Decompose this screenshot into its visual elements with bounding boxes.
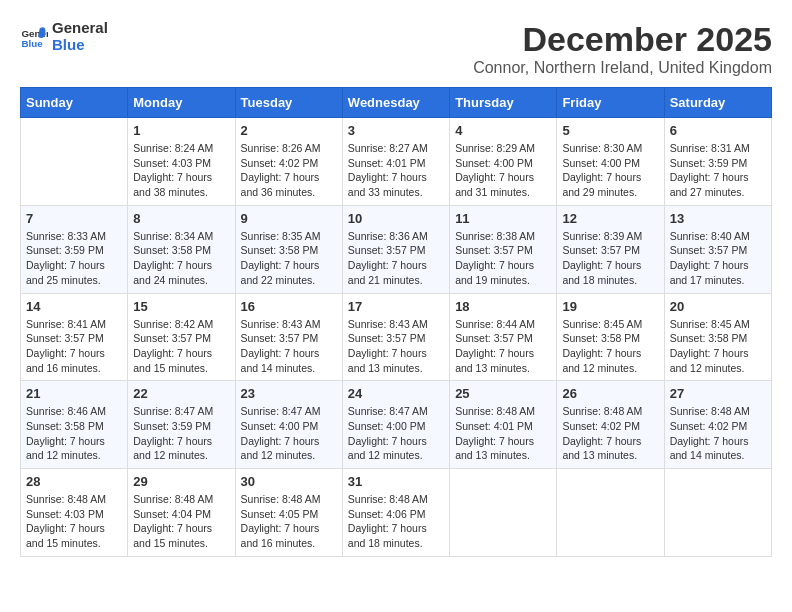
calendar-week-row: 21Sunrise: 8:46 AMSunset: 3:58 PMDayligh… xyxy=(21,381,772,469)
cell-info: Daylight: 7 hours xyxy=(670,258,766,273)
calendar-cell: 16Sunrise: 8:43 AMSunset: 3:57 PMDayligh… xyxy=(235,293,342,381)
cell-info: Sunset: 3:57 PM xyxy=(455,243,551,258)
cell-info: and 13 minutes. xyxy=(348,361,444,376)
cell-info: Sunset: 3:57 PM xyxy=(133,331,229,346)
cell-info: Sunrise: 8:41 AM xyxy=(26,317,122,332)
calendar-cell: 5Sunrise: 8:30 AMSunset: 4:00 PMDaylight… xyxy=(557,118,664,206)
cell-info: Sunset: 3:57 PM xyxy=(670,243,766,258)
logo-blue: Blue xyxy=(52,37,108,54)
day-number: 15 xyxy=(133,299,229,314)
cell-info: and 27 minutes. xyxy=(670,185,766,200)
cell-info: and 12 minutes. xyxy=(26,448,122,463)
calendar-cell: 20Sunrise: 8:45 AMSunset: 3:58 PMDayligh… xyxy=(664,293,771,381)
calendar-cell xyxy=(21,118,128,206)
cell-info: Sunrise: 8:42 AM xyxy=(133,317,229,332)
cell-info: Daylight: 7 hours xyxy=(26,346,122,361)
cell-info: Sunrise: 8:24 AM xyxy=(133,141,229,156)
calendar-cell: 25Sunrise: 8:48 AMSunset: 4:01 PMDayligh… xyxy=(450,381,557,469)
day-number: 26 xyxy=(562,386,658,401)
cell-info: and 33 minutes. xyxy=(348,185,444,200)
cell-info: Sunset: 3:58 PM xyxy=(241,243,337,258)
cell-info: Daylight: 7 hours xyxy=(348,346,444,361)
weekday-header: Tuesday xyxy=(235,88,342,118)
calendar-week-row: 28Sunrise: 8:48 AMSunset: 4:03 PMDayligh… xyxy=(21,469,772,557)
cell-info: Sunrise: 8:29 AM xyxy=(455,141,551,156)
cell-info: Sunrise: 8:35 AM xyxy=(241,229,337,244)
cell-info: Sunrise: 8:36 AM xyxy=(348,229,444,244)
calendar-week-row: 1Sunrise: 8:24 AMSunset: 4:03 PMDaylight… xyxy=(21,118,772,206)
cell-info: Sunrise: 8:45 AM xyxy=(670,317,766,332)
cell-info: Sunrise: 8:45 AM xyxy=(562,317,658,332)
day-number: 30 xyxy=(241,474,337,489)
cell-info: Sunrise: 8:48 AM xyxy=(241,492,337,507)
cell-info: Sunrise: 8:38 AM xyxy=(455,229,551,244)
location-title: Connor, Northern Ireland, United Kingdom xyxy=(473,59,772,77)
cell-info: Sunset: 4:02 PM xyxy=(670,419,766,434)
cell-info: Daylight: 7 hours xyxy=(241,258,337,273)
cell-info: Sunset: 3:58 PM xyxy=(26,419,122,434)
cell-info: Sunrise: 8:48 AM xyxy=(348,492,444,507)
cell-info: Daylight: 7 hours xyxy=(133,258,229,273)
weekday-header: Monday xyxy=(128,88,235,118)
cell-info: Daylight: 7 hours xyxy=(133,346,229,361)
cell-info: Daylight: 7 hours xyxy=(133,434,229,449)
day-number: 20 xyxy=(670,299,766,314)
cell-info: Sunrise: 8:44 AM xyxy=(455,317,551,332)
cell-info: and 18 minutes. xyxy=(348,536,444,551)
calendar-cell: 10Sunrise: 8:36 AMSunset: 3:57 PMDayligh… xyxy=(342,205,449,293)
cell-info: Daylight: 7 hours xyxy=(26,521,122,536)
cell-info: and 12 minutes. xyxy=(562,361,658,376)
day-number: 6 xyxy=(670,123,766,138)
cell-info: Daylight: 7 hours xyxy=(348,434,444,449)
cell-info: Sunrise: 8:43 AM xyxy=(241,317,337,332)
calendar-cell: 1Sunrise: 8:24 AMSunset: 4:03 PMDaylight… xyxy=(128,118,235,206)
cell-info: and 13 minutes. xyxy=(562,448,658,463)
cell-info: Sunset: 4:06 PM xyxy=(348,507,444,522)
cell-info: Sunset: 4:01 PM xyxy=(348,156,444,171)
calendar-cell: 15Sunrise: 8:42 AMSunset: 3:57 PMDayligh… xyxy=(128,293,235,381)
calendar-cell: 26Sunrise: 8:48 AMSunset: 4:02 PMDayligh… xyxy=(557,381,664,469)
cell-info: Sunrise: 8:34 AM xyxy=(133,229,229,244)
cell-info: Sunset: 3:57 PM xyxy=(348,331,444,346)
day-number: 14 xyxy=(26,299,122,314)
day-number: 10 xyxy=(348,211,444,226)
cell-info: Daylight: 7 hours xyxy=(455,434,551,449)
cell-info: Sunset: 3:57 PM xyxy=(455,331,551,346)
day-number: 24 xyxy=(348,386,444,401)
cell-info: Daylight: 7 hours xyxy=(455,346,551,361)
calendar-cell: 3Sunrise: 8:27 AMSunset: 4:01 PMDaylight… xyxy=(342,118,449,206)
weekday-header: Thursday xyxy=(450,88,557,118)
calendar-cell: 24Sunrise: 8:47 AMSunset: 4:00 PMDayligh… xyxy=(342,381,449,469)
cell-info: Sunrise: 8:30 AM xyxy=(562,141,658,156)
cell-info: Daylight: 7 hours xyxy=(241,346,337,361)
weekday-header: Wednesday xyxy=(342,88,449,118)
cell-info: Sunrise: 8:31 AM xyxy=(670,141,766,156)
cell-info: Sunrise: 8:33 AM xyxy=(26,229,122,244)
cell-info: and 16 minutes. xyxy=(241,536,337,551)
cell-info: and 22 minutes. xyxy=(241,273,337,288)
calendar-cell: 9Sunrise: 8:35 AMSunset: 3:58 PMDaylight… xyxy=(235,205,342,293)
day-number: 31 xyxy=(348,474,444,489)
cell-info: Sunrise: 8:47 AM xyxy=(348,404,444,419)
weekday-header: Sunday xyxy=(21,88,128,118)
day-number: 12 xyxy=(562,211,658,226)
svg-text:Blue: Blue xyxy=(21,37,43,48)
cell-info: and 17 minutes. xyxy=(670,273,766,288)
day-number: 17 xyxy=(348,299,444,314)
day-number: 23 xyxy=(241,386,337,401)
cell-info: Daylight: 7 hours xyxy=(670,346,766,361)
cell-info: Sunset: 4:00 PM xyxy=(562,156,658,171)
cell-info: Sunset: 4:05 PM xyxy=(241,507,337,522)
cell-info: Sunrise: 8:39 AM xyxy=(562,229,658,244)
calendar-cell: 29Sunrise: 8:48 AMSunset: 4:04 PMDayligh… xyxy=(128,469,235,557)
weekday-header: Saturday xyxy=(664,88,771,118)
cell-info: and 15 minutes. xyxy=(133,536,229,551)
day-number: 13 xyxy=(670,211,766,226)
calendar-week-row: 14Sunrise: 8:41 AMSunset: 3:57 PMDayligh… xyxy=(21,293,772,381)
day-number: 3 xyxy=(348,123,444,138)
cell-info: and 25 minutes. xyxy=(26,273,122,288)
calendar-cell xyxy=(557,469,664,557)
cell-info: Daylight: 7 hours xyxy=(133,521,229,536)
logo: General Blue General Blue xyxy=(20,20,108,53)
cell-info: Daylight: 7 hours xyxy=(562,434,658,449)
